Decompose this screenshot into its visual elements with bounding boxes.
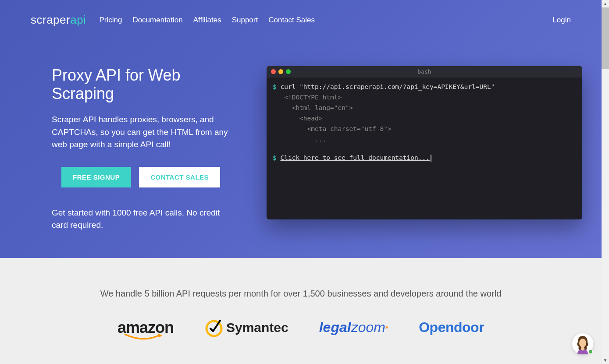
hero-note: Get started with 1000 free API calls. No… [52, 207, 236, 232]
nav-documentation[interactable]: Documentation [132, 16, 182, 25]
logo-part1: scraper [31, 13, 70, 26]
amazon-logo: amazon [118, 318, 174, 337]
legalzoom-legal: legal [319, 319, 351, 336]
hero-section: scraperapi Pricing Documentation Affilia… [0, 0, 602, 258]
chat-status-online-icon [588, 349, 593, 354]
terminal-cmd-prefix: curl [280, 83, 299, 90]
terminal-header: bash [267, 66, 582, 78]
symantec-check-icon [204, 318, 224, 337]
amazon-smile-icon [124, 333, 163, 342]
terminal-output-line: ... [273, 134, 576, 145]
terminal-output-line: <!DOCTYPE html> [273, 92, 576, 103]
symantec-logo: Symantec [204, 318, 288, 337]
nav-support[interactable]: Support [232, 16, 258, 25]
terminal-body: $ curl "http://api.scraperapi.com/?api_k… [267, 78, 582, 167]
nav-pricing[interactable]: Pricing [99, 16, 122, 25]
nav-links: Pricing Documentation Affiliates Support… [99, 16, 315, 25]
scrollbar[interactable]: ▲ ▼ [602, 0, 609, 364]
social-proof-section: We handle 5 billion API requests per mon… [0, 258, 602, 364]
terminal-title: bash [267, 68, 582, 75]
nav-login[interactable]: Login [552, 16, 571, 24]
nav-contact-sales[interactable]: Contact Sales [268, 16, 315, 25]
chat-avatar-icon [572, 333, 593, 354]
hero-description: Scraper API handles proxies, browsers, a… [52, 113, 236, 151]
symantec-text: Symantec [226, 320, 288, 335]
nav-affiliates[interactable]: Affiliates [193, 16, 221, 25]
terminal-output-line: <meta charset="utf-8"> [273, 124, 576, 134]
scroll-down-icon[interactable]: ▼ [602, 357, 609, 364]
scroll-up-icon[interactable]: ▲ [602, 0, 609, 7]
documentation-link[interactable]: Click here to see full documentation... [280, 154, 429, 161]
terminal-prompt: $ [273, 83, 277, 90]
logo-part2: api [70, 13, 86, 26]
logo[interactable]: scraperapi [31, 13, 86, 27]
legalzoom-dot-icon: • [385, 323, 388, 332]
svg-point-2 [581, 347, 584, 350]
top-nav: scraperapi Pricing Documentation Affilia… [0, 0, 602, 27]
signup-button[interactable]: FREE SIGNUP [61, 167, 131, 187]
svg-point-1 [579, 339, 586, 347]
terminal-cursor-icon [431, 155, 431, 162]
brand-logos-row: amazon Symantec legalzoom• Opendoor [18, 318, 584, 337]
terminal-output-line: <html lang="en"> [273, 103, 576, 113]
scroll-thumb[interactable] [602, 7, 609, 69]
social-proof-headline: We handle 5 billion API requests per mon… [18, 289, 584, 299]
terminal-cmd-url: "http://api.scraperapi.com/?api_key=APIK… [299, 83, 495, 90]
terminal-prompt: $ [273, 154, 277, 161]
opendoor-logo: Opendoor [419, 319, 484, 336]
chat-widget-button[interactable] [572, 333, 594, 355]
terminal-output-line: <head> [273, 113, 576, 124]
legalzoom-logo: legalzoom• [319, 319, 388, 336]
legalzoom-zoom: zoom [351, 319, 385, 336]
hero-title: Proxy API for Web Scraping [52, 66, 240, 103]
terminal-window: bash $ curl "http://api.scraperapi.com/?… [267, 66, 582, 219]
contact-sales-button[interactable]: CONTACT SALES [139, 167, 220, 187]
